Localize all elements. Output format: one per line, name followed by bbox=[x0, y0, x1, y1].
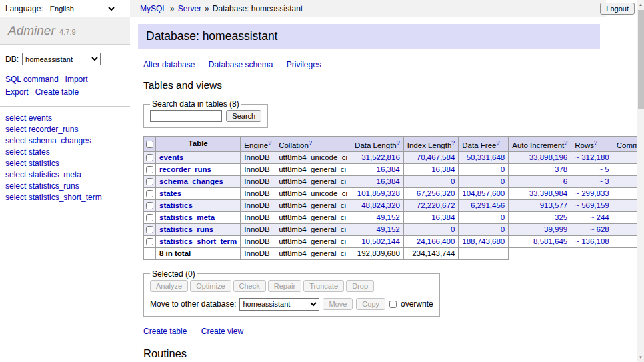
index-length-link[interactable]: 16,384 bbox=[431, 165, 455, 173]
index-length-link[interactable]: 24,166,400 bbox=[417, 237, 455, 245]
data-free-link[interactable]: 0 bbox=[501, 213, 505, 221]
move-button[interactable]: Move bbox=[323, 298, 353, 310]
index-length-link[interactable]: 0 bbox=[451, 225, 455, 233]
breadcrumb-server-link[interactable]: Server bbox=[178, 4, 201, 13]
breadcrumb-mysql-link[interactable]: MySQL bbox=[140, 4, 167, 13]
help-link[interactable]: ? bbox=[451, 139, 455, 146]
rows-count-link[interactable]: ~ 299,833 bbox=[575, 189, 609, 197]
row-checkbox[interactable] bbox=[146, 214, 153, 221]
data-free-link[interactable]: 6,291,456 bbox=[471, 201, 505, 209]
table-name-link[interactable]: schema_changes bbox=[159, 177, 223, 185]
scroll-up-icon[interactable]: ▲ bbox=[637, 1, 644, 9]
data-free-link[interactable]: 0 bbox=[501, 225, 505, 233]
table-name-link[interactable]: statistics bbox=[159, 201, 193, 209]
truncate-button[interactable]: Truncate bbox=[303, 280, 344, 292]
help-link[interactable]: ? bbox=[397, 139, 400, 146]
help-link[interactable]: ? bbox=[309, 139, 312, 146]
data-free-link[interactable]: 50,331,648 bbox=[467, 153, 505, 161]
create-table-link[interactable]: Create table bbox=[143, 327, 187, 336]
index-length-link[interactable]: 70,467,584 bbox=[417, 153, 455, 161]
row-checkbox[interactable] bbox=[146, 238, 153, 245]
database-schema-link[interactable]: Database schema bbox=[209, 60, 273, 69]
rows-count-link[interactable]: ~ 244 bbox=[590, 213, 609, 221]
select-all-checkbox[interactable] bbox=[146, 141, 153, 148]
data-length-link[interactable]: 16,384 bbox=[377, 177, 400, 185]
auto-increment-link[interactable]: 39,999 bbox=[544, 225, 567, 233]
row-checkbox[interactable] bbox=[146, 154, 153, 161]
table-name-link[interactable]: statistics_meta bbox=[159, 213, 215, 221]
data-free-link[interactable]: 104,857,600 bbox=[462, 189, 505, 197]
auto-increment-link[interactable]: 325 bbox=[555, 213, 567, 221]
drop-button[interactable]: Drop bbox=[346, 280, 374, 292]
help-link[interactable]: ? bbox=[594, 139, 597, 146]
adminer-logo[interactable]: Adminer bbox=[8, 23, 55, 37]
rows-count-link[interactable]: ~ 3 bbox=[598, 177, 609, 185]
data-length-link[interactable]: 31,522,816 bbox=[361, 153, 400, 161]
sql-command-link[interactable]: SQL command bbox=[5, 75, 59, 84]
help-link[interactable]: ? bbox=[268, 139, 271, 146]
auto-increment-link[interactable]: 33,398,984 bbox=[529, 189, 568, 197]
index-length-link[interactable]: 72,220,672 bbox=[417, 201, 455, 209]
db-select[interactable]: homeassistant bbox=[22, 53, 101, 65]
auto-increment-link[interactable]: 8,581,645 bbox=[533, 237, 567, 245]
data-length-link[interactable]: 48,824,320 bbox=[361, 201, 400, 209]
table-name-link[interactable]: statistics_short_term bbox=[159, 237, 237, 245]
import-link[interactable]: Import bbox=[65, 75, 88, 84]
language-select[interactable]: English bbox=[47, 3, 117, 15]
scroll-down-icon[interactable]: ▼ bbox=[637, 353, 644, 361]
sidebar-table-link[interactable]: select statistics_runs bbox=[5, 181, 123, 192]
search-button[interactable]: Search bbox=[226, 110, 261, 122]
rows-count-link[interactable]: ~ 5 bbox=[598, 165, 609, 173]
help-link[interactable]: ? bbox=[496, 139, 499, 146]
analyze-button[interactable]: Analyze bbox=[150, 280, 188, 292]
rows-count-link[interactable]: ~ 136,108 bbox=[575, 237, 609, 245]
row-checkbox[interactable] bbox=[146, 226, 153, 233]
sidebar-table-link[interactable]: select events bbox=[5, 113, 123, 124]
sidebar-table-link[interactable]: select states bbox=[5, 147, 123, 158]
sidebar-table-link[interactable]: select statistics bbox=[5, 158, 123, 169]
index-length-link[interactable]: 67,256,320 bbox=[417, 189, 455, 197]
rows-count-link[interactable]: ~ 312,180 bbox=[575, 153, 609, 161]
data-length-link[interactable]: 101,859,328 bbox=[357, 189, 400, 197]
table-name-link[interactable]: statistics_runs bbox=[159, 225, 213, 233]
table-name-link[interactable]: events bbox=[159, 153, 183, 161]
data-free-link[interactable]: 0 bbox=[501, 177, 505, 185]
sidebar-table-link[interactable]: select schema_changes bbox=[5, 135, 123, 147]
create-view-link[interactable]: Create view bbox=[201, 327, 243, 336]
data-free-link[interactable]: 0 bbox=[501, 165, 505, 173]
rows-count-link[interactable]: ~ 569,159 bbox=[575, 201, 609, 209]
check-button[interactable]: Check bbox=[233, 280, 266, 292]
data-length-link[interactable]: 16,384 bbox=[377, 165, 400, 173]
sidebar-table-link[interactable]: select statistics_meta bbox=[5, 169, 123, 181]
privileges-link[interactable]: Privileges bbox=[287, 60, 321, 69]
sidebar-table-link[interactable]: select statistics_short_term bbox=[5, 192, 123, 203]
scroll-thumb[interactable] bbox=[638, 10, 644, 109]
sidebar-table-link[interactable]: select recorder_runs bbox=[5, 124, 123, 135]
data-length-link[interactable]: 10,502,144 bbox=[361, 237, 400, 245]
data-length-link[interactable]: 49,152 bbox=[377, 225, 400, 233]
table-name-link[interactable]: states bbox=[159, 189, 181, 197]
alter-database-link[interactable]: Alter database bbox=[143, 60, 195, 69]
copy-button[interactable]: Copy bbox=[356, 298, 385, 310]
index-length-link[interactable]: 0 bbox=[451, 177, 455, 185]
help-link[interactable]: ? bbox=[564, 139, 567, 146]
overwrite-checkbox[interactable] bbox=[389, 301, 397, 308]
table-name-link[interactable]: recorder_runs bbox=[159, 165, 211, 173]
rows-count-link[interactable]: ~ 628 bbox=[590, 225, 609, 233]
index-length-link[interactable]: 16,384 bbox=[431, 213, 455, 221]
data-free-link[interactable]: 188,743,680 bbox=[462, 237, 505, 245]
row-checkbox[interactable] bbox=[146, 190, 153, 197]
move-db-select[interactable]: homeassistant bbox=[239, 298, 319, 311]
auto-increment-link[interactable]: 913,577 bbox=[540, 201, 568, 209]
export-link[interactable]: Export bbox=[5, 87, 29, 97]
search-input[interactable] bbox=[150, 110, 222, 122]
auto-increment-link[interactable]: 33,898,196 bbox=[529, 153, 568, 161]
row-checkbox[interactable] bbox=[146, 178, 153, 185]
data-length-link[interactable]: 49,152 bbox=[377, 213, 400, 221]
auto-increment-link[interactable]: 6 bbox=[563, 177, 567, 185]
repair-button[interactable]: Repair bbox=[268, 280, 301, 292]
row-checkbox[interactable] bbox=[146, 202, 153, 209]
logout-button[interactable]: Logout bbox=[600, 3, 635, 15]
row-checkbox[interactable] bbox=[146, 166, 153, 173]
create-table-sidebar-link[interactable]: Create table bbox=[35, 87, 79, 97]
